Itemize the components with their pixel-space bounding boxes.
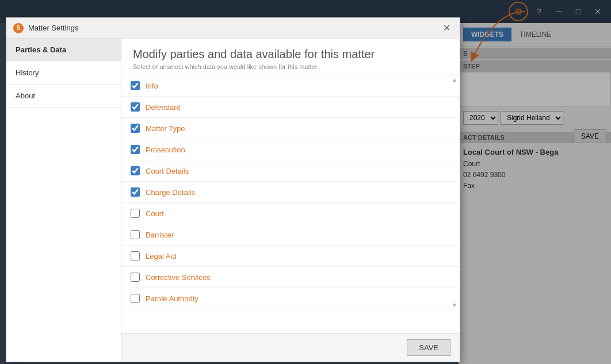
checkbox-charge-details[interactable] [131, 187, 140, 197]
sidebar-item-about[interactable]: About [6, 85, 121, 108]
sidebar-item-label-history: History [16, 68, 39, 77]
checkbox-row-prosecution[interactable]: Prosecution [121, 139, 460, 160]
checkbox-row-defendant[interactable]: Defendant [121, 97, 460, 118]
modal-main-title: Modify parties and data available for th… [133, 48, 448, 61]
modal-main-content[interactable]: ▲ Info Defendant Matter Type [121, 75, 460, 333]
sidebar-item-label-parties: Parties & Data [16, 45, 66, 54]
modal-titlebar: S Matter Settings ✕ [6, 18, 460, 39]
checkbox-parole-authority[interactable] [131, 294, 140, 303]
checkbox-row-info[interactable]: Info [121, 75, 460, 97]
checkbox-legal-aid[interactable] [131, 251, 140, 260]
checkbox-row-matter-type[interactable]: Matter Type [121, 118, 460, 139]
checkbox-defendant[interactable] [131, 102, 140, 112]
checkbox-label-barrister[interactable]: Barrister [146, 231, 174, 239]
modal-main-header: Modify parties and data available for th… [121, 39, 460, 75]
sidebar-item-label-about: About [16, 91, 35, 100]
modal-body: Parties & Data History About Modify part… [6, 39, 460, 362]
checkbox-matter-type[interactable] [131, 124, 140, 133]
checkbox-label-matter-type[interactable]: Matter Type [146, 124, 185, 133]
modal-main-subtitle: Select or unselect which data you would … [133, 63, 448, 70]
checkbox-label-court-details[interactable]: Court Details [146, 167, 189, 175]
checkbox-row-charge-details[interactable]: Charge Details [121, 182, 460, 203]
checkbox-label-info[interactable]: Info [146, 82, 158, 90]
checkbox-row-barrister[interactable]: Barrister [121, 224, 460, 246]
checkbox-row-court[interactable]: Court [121, 203, 460, 224]
app-logo: S [13, 23, 24, 33]
modal-title: Matter Settings [28, 24, 436, 32]
checkbox-label-parole-authority[interactable]: Parole Authority [146, 294, 198, 303]
checkbox-row-corrective-services[interactable]: Corrective Services [121, 267, 460, 288]
modal-close-button[interactable]: ✕ [441, 22, 453, 33]
checkbox-row-court-details[interactable]: Court Details [121, 160, 460, 182]
modal-overlay: S Matter Settings ✕ Parties & Data Histo… [0, 0, 611, 364]
checkbox-label-defendant[interactable]: Defendant [146, 103, 180, 112]
checkbox-label-court[interactable]: Court [146, 209, 164, 218]
checkbox-court[interactable] [131, 209, 140, 218]
modal-footer: SAVE [121, 333, 460, 362]
checkbox-label-charge-details[interactable]: Charge Details [146, 188, 195, 197]
sidebar-item-history[interactable]: History [6, 62, 121, 85]
checkbox-info[interactable] [131, 81, 140, 90]
checkbox-label-corrective-services[interactable]: Corrective Services [146, 273, 211, 282]
checkbox-label-prosecution[interactable]: Prosecution [146, 145, 185, 154]
checkbox-court-details[interactable] [131, 166, 140, 175]
checkbox-label-legal-aid[interactable]: Legal Aid [146, 252, 177, 260]
checkbox-row-legal-aid[interactable]: Legal Aid [121, 246, 460, 267]
modal-sidebar: Parties & Data History About [6, 39, 121, 362]
save-button[interactable]: SAVE [407, 339, 450, 356]
sidebar-item-parties[interactable]: Parties & Data [6, 39, 121, 62]
checkbox-corrective-services[interactable] [131, 273, 140, 282]
modal-main: Modify parties and data available for th… [121, 39, 460, 362]
modal-dialog: S Matter Settings ✕ Parties & Data Histo… [6, 17, 460, 362]
checkbox-row-parole-authority[interactable]: Parole Authority [121, 288, 460, 309]
checkbox-prosecution[interactable] [131, 145, 140, 154]
checkbox-barrister[interactable] [131, 230, 140, 239]
